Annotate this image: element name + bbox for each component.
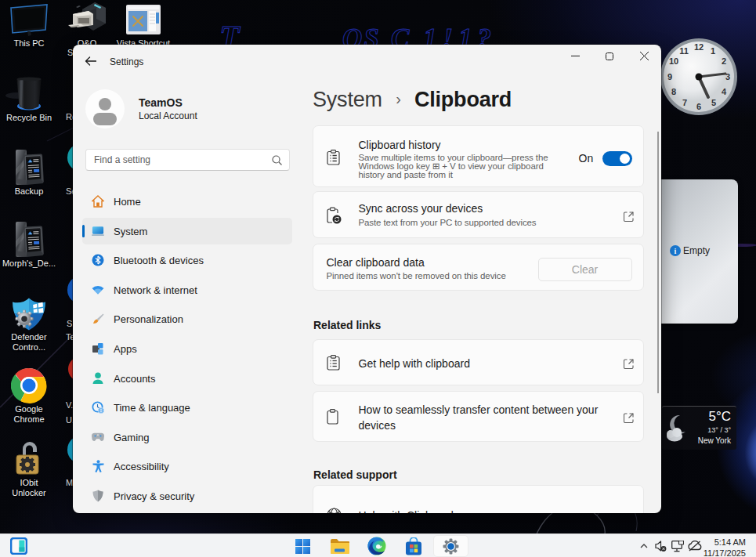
svg-text:10: 10: [669, 56, 678, 66]
svg-text:2: 2: [722, 56, 726, 66]
svg-text:11: 11: [679, 46, 689, 56]
svg-text:9: 9: [667, 72, 672, 81]
svg-text:5: 5: [711, 98, 716, 107]
svg-text:1: 1: [711, 46, 715, 56]
svg-text:4: 4: [722, 87, 727, 96]
svg-text:6: 6: [696, 102, 701, 111]
svg-text:8: 8: [671, 87, 676, 96]
svg-text:12: 12: [694, 42, 704, 52]
svg-text:7: 7: [682, 98, 687, 107]
